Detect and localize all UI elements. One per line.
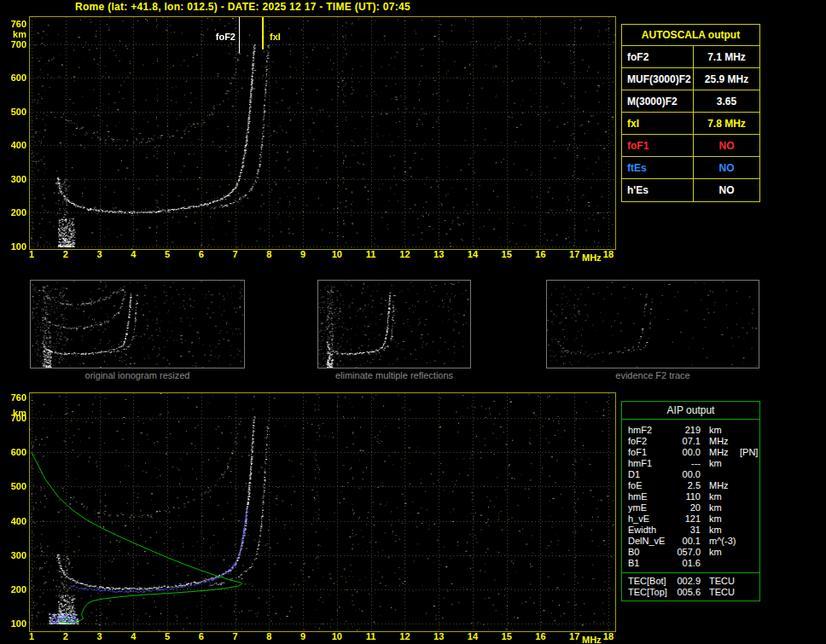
aip-param-note (738, 491, 759, 502)
y-axis-tick-label: 760 (6, 392, 26, 403)
autoscala-output-title: AUTOSCALA output (622, 25, 759, 46)
autoscala-table-rows: foF27.1 MHzMUF(3000)F225.9 MHzM(3000)F23… (622, 46, 759, 201)
y-axis-unit-label: km (6, 29, 26, 39)
x-axis-tick-label: 3 (91, 631, 108, 641)
aip-param-label: foF1 (622, 447, 670, 458)
x-axis-unit-label: MHz (582, 635, 608, 644)
aip-param-note (738, 558, 759, 569)
autoscala-param-value: 7.8 MHz (694, 113, 759, 134)
thumb-original-ionogram-canvas (31, 281, 244, 368)
x-axis-tick-label: 3 (91, 249, 108, 259)
aip-param-value: 07.1 (670, 436, 701, 447)
aip-param-label: foE (622, 480, 670, 491)
aip-param-label: D1 (622, 469, 670, 480)
aip-param-value: 00.0 (670, 469, 701, 480)
y-axis-tick-label: 760 (6, 19, 26, 29)
autoscala-param-label: fxI (622, 113, 694, 134)
aip-param-label: TEC[Bot] (622, 576, 670, 587)
aip-param-note (738, 469, 759, 480)
x-axis-tick-label: 17 (566, 249, 583, 259)
aip-row: TEC[Bot]002.9TECU (622, 576, 759, 587)
aip-tec-rows: TEC[Bot]002.9TECUTEC[Top]005.6TECU (622, 572, 759, 600)
y-axis-tick-label: 200 (6, 207, 26, 218)
y-axis-tick-label: 300 (6, 550, 26, 560)
x-axis-tick-label: 15 (498, 631, 515, 641)
autoscala-param-label: foF2 (622, 46, 694, 67)
x-axis-tick-label: 1 (23, 631, 40, 641)
x-axis-tick-label: 10 (329, 249, 346, 259)
aip-param-value: --- (670, 458, 701, 469)
aip-param-unit: km (701, 502, 738, 513)
aip-param-note (738, 480, 759, 491)
autoscala-screen: Rome (lat: +41.8, lon: 012.5) - DATE: 20… (0, 0, 826, 644)
top-ionogram-plot: foF2 fxI (29, 16, 616, 250)
x-axis-tick-label: 14 (464, 631, 481, 641)
aip-param-value: 00.0 (670, 447, 701, 458)
aip-param-unit: km (701, 458, 738, 469)
aip-param-label: foF2 (622, 436, 670, 447)
fxi-marker-label: fxI (270, 32, 281, 42)
aip-param-note (738, 525, 759, 536)
x-axis-tick-label: 2 (57, 631, 74, 641)
autoscala-row: ftEsNO (622, 157, 759, 179)
aip-param-label: hmF1 (622, 458, 670, 469)
thumb-caption-evidence: evidence F2 trace (546, 370, 759, 380)
aip-row: h_vE121km (622, 513, 759, 525)
aip-row: D100.0 (622, 469, 759, 480)
x-axis-tick-label: 14 (464, 249, 481, 259)
aip-param-value: 005.6 (670, 587, 701, 598)
aip-row: B101.6 (622, 558, 759, 569)
x-axis-tick-label: 6 (193, 249, 210, 259)
bottom-ionogram-canvas (30, 393, 615, 631)
aip-row: TEC[Top]005.6TECU (622, 587, 759, 598)
aip-param-value: 121 (670, 513, 701, 525)
x-axis-tick-label: 11 (363, 249, 380, 259)
autoscala-param-label: ftEs (622, 157, 694, 178)
aip-table-rows: hmF2219kmfoF207.1MHzfoF100.0MHz[PN]hmF1-… (622, 420, 759, 572)
aip-param-value: 20 (670, 502, 701, 513)
x-axis-tick-label: 8 (260, 631, 277, 641)
aip-param-unit: km (701, 525, 738, 536)
y-axis-tick-label: 500 (6, 107, 26, 117)
x-axis-tick-label: 13 (430, 631, 447, 641)
y-axis-unit-label: km (6, 408, 26, 418)
x-axis-tick-label: 4 (125, 631, 142, 641)
y-axis-tick-label: 300 (6, 174, 26, 184)
top-ionogram-canvas (30, 17, 615, 249)
aip-param-value: 110 (670, 491, 701, 502)
aip-param-value: 219 (670, 425, 701, 436)
aip-param-label: DelN_vE (622, 536, 670, 547)
x-axis-tick-label: 2 (57, 249, 74, 259)
x-axis-tick-label: 7 (227, 249, 244, 259)
aip-param-note (738, 502, 759, 513)
autoscala-row: h'EsNO (622, 179, 759, 201)
autoscala-row: M(3000)F23.65 (622, 90, 759, 113)
aip-param-note (738, 436, 759, 447)
aip-param-value: 002.9 (670, 576, 701, 587)
aip-param-unit: km (701, 513, 738, 525)
thumb-evidence-f2-trace-canvas (547, 281, 759, 368)
aip-param-unit: MHz (701, 480, 738, 491)
y-axis-tick-label: 600 (6, 73, 26, 83)
aip-param-note (738, 587, 759, 598)
autoscala-row: foF1NO (622, 135, 759, 157)
y-axis-tick-label: 200 (6, 584, 26, 595)
autoscala-param-label: h'Es (622, 179, 694, 201)
thumb-caption-eliminate: eliminate multiple reflections (287, 370, 502, 380)
aip-row: foF100.0MHz[PN] (622, 447, 759, 458)
aip-row: hmF1---km (622, 458, 759, 469)
x-axis-tick-label: 9 (294, 249, 311, 259)
aip-param-note (738, 458, 759, 469)
y-axis-tick-label: 500 (6, 481, 26, 491)
aip-row: foE2.5MHz (622, 480, 759, 491)
autoscala-param-value: 7.1 MHz (694, 46, 759, 67)
aip-param-label: h_vE (622, 513, 670, 525)
aip-param-unit: MHz (701, 436, 738, 447)
autoscala-param-value: NO (694, 179, 759, 201)
y-axis-tick-label: 700 (6, 39, 26, 49)
autoscala-param-value: 3.65 (694, 90, 759, 112)
thumb-original-ionogram (30, 280, 245, 368)
aip-output-title: AIP output (622, 402, 759, 420)
autoscala-row: foF27.1 MHz (622, 46, 759, 68)
aip-row: ymE20km (622, 502, 759, 513)
